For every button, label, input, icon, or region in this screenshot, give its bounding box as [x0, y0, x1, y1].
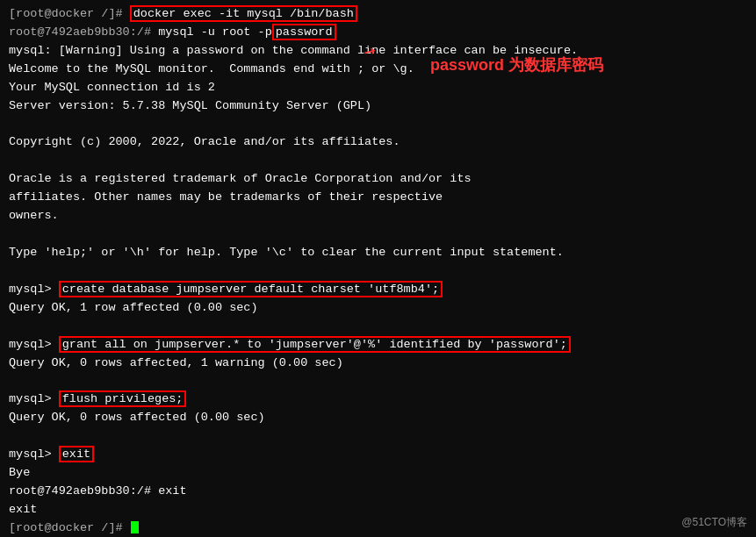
prompt-1: [root@docker /]# [9, 7, 130, 20]
text-4: Welcome to the MySQL monitor. Commands e… [9, 62, 414, 75]
cmd-19: grant all on jumpserver.* to 'jumpserver… [59, 336, 571, 353]
line-8: Copyright (c) 2000, 2022, Oracle and/or … [9, 133, 747, 152]
line-10: Oracle is a registered trademark of Orac… [9, 170, 747, 189]
line-14: Type 'help;' or '\h' for help. Type '\c'… [9, 244, 747, 262]
text-11: affiliates. Other names may be trademark… [9, 190, 443, 204]
text-17: Query OK, 1 row affected (0.00 sec) [9, 301, 258, 314]
line-28: exit [9, 501, 747, 519]
text-10: Oracle is a registered trademark of Orac… [9, 172, 472, 185]
line-24 [9, 427, 747, 446]
line-25: mysql> exit [9, 446, 747, 464]
text-5: Your MySQL connection id is 2 [9, 81, 215, 94]
cmd-2a: mysql -u root -p [158, 25, 272, 39]
line-12: owners. [9, 207, 747, 226]
terminal: [root@docker /]# docker exec -it mysql /… [0, 0, 756, 537]
line-26: Bye [9, 464, 747, 483]
cmd-16: create database jumpserver default chars… [59, 281, 443, 297]
line-9 [9, 152, 747, 170]
line-5: Your MySQL connection id is 2 [9, 79, 747, 97]
line-29: [root@docker /]# [9, 519, 747, 537]
line-4: Welcome to the MySQL monitor. Commands e… [9, 61, 747, 79]
line-1: [root@docker /]# docker exec -it mysql /… [9, 5, 747, 24]
text-12: owners. [9, 209, 59, 222]
prompt-16: mysql> [9, 283, 59, 296]
watermark: @51CTO博客 [681, 515, 747, 530]
cmd-2b: password [272, 24, 336, 40]
line-22: mysql> flush privileges; [9, 390, 747, 409]
line-23: Query OK, 0 rows affected (0.00 sec) [9, 409, 747, 427]
line-18 [9, 318, 747, 336]
line-11: affiliates. Other names may be trademark… [9, 189, 747, 207]
line-27: root@7492aeb9bb30:/# exit [9, 483, 747, 501]
line-6: Server version: 5.7.38 MySQL Community S… [9, 97, 747, 116]
prompt-22: mysql> [9, 392, 59, 405]
prompt-25: mysql> [9, 448, 59, 461]
annotation-text: password 为数据库密码 [430, 54, 603, 75]
line-17: Query OK, 1 row affected (0.00 sec) [9, 299, 747, 318]
line-16: mysql> create database jumpserver defaul… [9, 281, 747, 299]
text-6: Server version: 5.7.38 MySQL Community S… [9, 99, 371, 112]
cmd-25: exit [59, 446, 94, 462]
text-8: Copyright (c) 2000, 2022, Oracle and/or … [9, 135, 400, 148]
prompt-2: root@7492aeb9bb30:/# [9, 25, 158, 39]
text-28: exit [9, 503, 37, 516]
text-14: Type 'help;' or '\h' for help. Type '\c'… [9, 246, 564, 259]
line-15 [9, 262, 747, 281]
cmd-1: docker exec -it mysql /bin/bash [130, 5, 357, 22]
line-2: root@7492aeb9bb30:/# mysql -u root -ppas… [9, 24, 747, 42]
text-27: root@7492aeb9bb30:/# exit [9, 484, 187, 498]
line-21 [9, 372, 747, 390]
cursor [131, 521, 139, 533]
line-7 [9, 116, 747, 134]
text-23: Query OK, 0 rows affected (0.00 sec) [9, 411, 265, 424]
prompt-19: mysql> [9, 338, 59, 351]
text-26: Bye [9, 466, 30, 479]
prompt-29: [root@docker /]# [9, 521, 130, 534]
line-20: Query OK, 0 rows affected, 1 warning (0.… [9, 354, 747, 373]
line-13 [9, 226, 747, 244]
text-20: Query OK, 0 rows affected, 1 warning (0.… [9, 356, 343, 369]
cmd-22: flush privileges; [59, 390, 187, 407]
line-19: mysql> grant all on jumpserver.* to 'jum… [9, 336, 747, 354]
